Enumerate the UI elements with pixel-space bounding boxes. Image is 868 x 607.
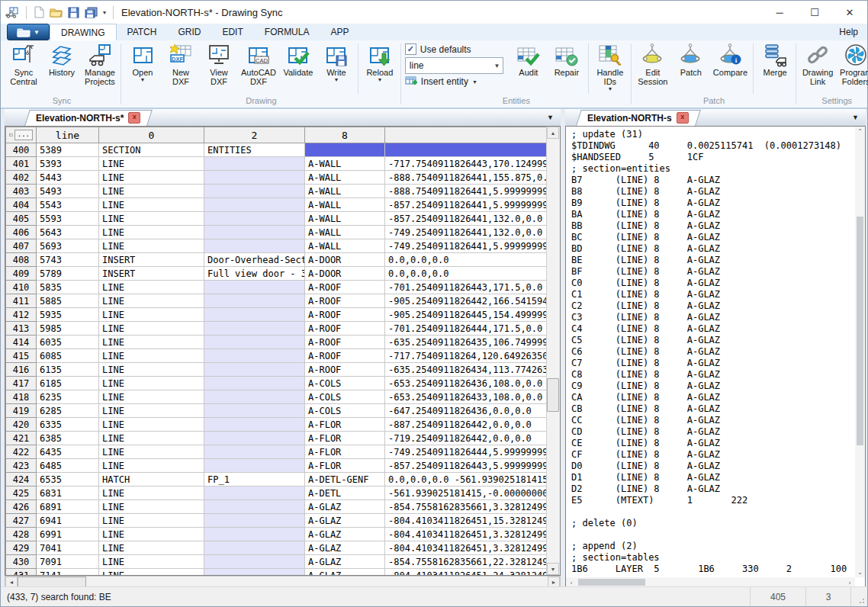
cell-name[interactable] (204, 569, 305, 576)
cell-name[interactable] (204, 363, 305, 377)
cell-type[interactable]: LINE (99, 377, 204, 390)
grid-row-413[interactable]: 4135985LINEA-ROOF-701.2540911826444,171.… (6, 322, 548, 336)
row-header[interactable]: 408 (6, 253, 37, 267)
cell-layer[interactable]: A-FLOR (305, 445, 385, 459)
cell-name[interactable]: Full view door - 3 (204, 267, 305, 281)
cell-name[interactable] (204, 528, 305, 541)
ribbon-tab-grid[interactable]: GRID (167, 24, 211, 40)
row-header[interactable]: 426 (6, 500, 37, 514)
cell-layer[interactable]: A-ROOF (305, 363, 385, 377)
cell-name[interactable] (204, 500, 305, 514)
sync-central-button[interactable]: Sync Central (5, 41, 43, 86)
grid-row-424[interactable]: 4246535HATCHFP_1A-DETL-GENF0.0,0.0,0.0 -… (6, 473, 548, 487)
cell-coords[interactable]: -717.75409118264,120.64926350 (385, 349, 548, 363)
row-header[interactable]: 427 (6, 514, 37, 528)
cell-type[interactable]: LINE (99, 336, 204, 349)
grid-row-405[interactable]: 4055593LINEA-WALL-857.2540911826441,132.… (6, 212, 548, 226)
row-header[interactable]: 405 (6, 212, 37, 226)
row-header[interactable]: 423 (6, 459, 37, 473)
scroll-down-icon[interactable]: ▼ (547, 563, 559, 575)
grid-row-429[interactable]: 4297041LINEA-GLAZ-804.4103411826451,3.32… (6, 541, 548, 555)
grid-row-406[interactable]: 4065643LINEA-WALL-749.2540911826441,132.… (6, 226, 548, 239)
grid-row-426[interactable]: 4266891LINEA-GLAZ-854.7558162835661,3.32… (6, 500, 548, 514)
cell-coords[interactable]: -701.2540911826443,171.5,0.0 (385, 281, 548, 294)
cell-line[interactable]: 6235 (37, 390, 99, 404)
cell-name[interactable] (204, 487, 305, 500)
cell-name[interactable] (204, 541, 305, 555)
open-button[interactable]: Open▼ (124, 41, 162, 82)
cell-type[interactable]: LINE (99, 212, 204, 226)
write-button[interactable]: Write▼ (317, 41, 355, 82)
row-header[interactable]: 406 (6, 226, 37, 239)
right-document-tab[interactable]: Elevation-NORTH-s x (576, 110, 696, 126)
scroll-thumb[interactable] (857, 217, 863, 445)
cell-layer[interactable]: A-WALL (305, 171, 385, 185)
grid-row-421[interactable]: 4216385LINEA-FLOR-719.2540911826442,0.0,… (6, 432, 548, 445)
cell-coords[interactable]: -888.7540911826441,155.875,0.0 (385, 171, 548, 185)
cell-line[interactable]: 5393 (37, 157, 99, 171)
cell-type[interactable]: LINE (99, 432, 204, 445)
column-header-line[interactable]: line (37, 127, 99, 143)
cell-layer[interactable]: A-DETL-GENF (305, 473, 385, 487)
cell-coords[interactable]: -857.2540911826441,5.999999999 (385, 198, 548, 212)
cell-type[interactable]: LINE (99, 569, 204, 576)
cell-name[interactable] (204, 157, 305, 171)
row-header[interactable]: 428 (6, 528, 37, 541)
row-header[interactable]: 402 (6, 171, 37, 185)
cell-coords[interactable]: -854.7558162835661,22.3281249 (385, 555, 548, 569)
compare-button[interactable]: iCompare (710, 41, 751, 77)
help-link[interactable]: Help (830, 24, 867, 40)
cell-type[interactable]: HATCH (99, 473, 204, 487)
validate-button[interactable]: Validate (279, 41, 317, 77)
row-header[interactable]: 421 (6, 432, 37, 445)
cell-coords[interactable]: 0.0,0.0,0.0 (385, 267, 548, 281)
grid-row-409[interactable]: 4095789INSERTFull view door - 3A-DOOR0.0… (6, 267, 548, 281)
cell-line[interactable]: 5789 (37, 267, 99, 281)
grid-row-417[interactable]: 4176185LINEA-COLS-653.2540911826436,108.… (6, 377, 548, 390)
cell-layer[interactable]: A-ROOF (305, 322, 385, 336)
cell-coords[interactable]: -804.4103411826451,24.3281249 (385, 569, 548, 576)
repair-button[interactable]: Repair (548, 41, 586, 77)
cell-coords[interactable]: -719.2540911826442,0.0,0.0 (385, 432, 548, 445)
cell-type[interactable]: LINE (99, 322, 204, 336)
row-header[interactable]: 420 (6, 418, 37, 432)
row-header[interactable]: 413 (6, 322, 37, 336)
cell-name[interactable] (204, 445, 305, 459)
cell-line[interactable]: 5985 (37, 322, 99, 336)
cell-line[interactable]: 6135 (37, 363, 99, 377)
handle-ids-button[interactable]: Handle IDs▼ (591, 41, 629, 92)
grid-row-403[interactable]: 4035493LINEA-WALL-888.7540911826441,5.99… (6, 185, 548, 198)
cell-layer[interactable]: A-ROOF (305, 281, 385, 294)
dxf-data-grid[interactable]: ...line0284005389SECTIONENTITIES4015393L… (5, 126, 561, 576)
tab-list-dropdown-icon[interactable]: ▼ (547, 114, 554, 121)
cell-line[interactable]: 5935 (37, 308, 99, 322)
program-folders-button[interactable]: Program Folders (837, 41, 868, 86)
grid-options-button[interactable]: ... (14, 130, 33, 140)
cell-coords[interactable]: -749.2540911826444,5.999999999 (385, 445, 548, 459)
cell-line[interactable]: 5443 (37, 171, 99, 185)
grid-row-410[interactable]: 4105835LINEA-ROOF-701.2540911826443,171.… (6, 281, 548, 294)
cell-layer[interactable]: A-GLAZ (305, 514, 385, 528)
cell-name[interactable] (204, 171, 305, 185)
cell-type[interactable]: LINE (99, 404, 204, 418)
row-header[interactable]: 418 (6, 390, 37, 404)
cell-layer[interactable]: A-ROOF (305, 294, 385, 308)
column-header-8[interactable]: 8 (305, 127, 385, 143)
manage-projects-button[interactable]: Manage Projects (81, 41, 119, 86)
row-header[interactable]: 430 (6, 555, 37, 569)
cell-line[interactable]: 6185 (37, 377, 99, 390)
merge-button[interactable]: Merge (756, 41, 794, 77)
cell-coords[interactable]: -854.7558162835661,3.32812499 (385, 500, 548, 514)
row-header[interactable]: 415 (6, 349, 37, 363)
use-defaults-checkbox[interactable]: ✓Use defaults (405, 43, 503, 55)
grid-row-431[interactable]: 4317141LINEA-GLAZ-804.4103411826451,24.3… (6, 569, 548, 576)
grid-row-418[interactable]: 4186235LINEA-COLS-653.2540911826433,108.… (6, 390, 548, 404)
cell-layer[interactable]: A-WALL (305, 239, 385, 253)
cell-line[interactable]: 5693 (37, 239, 99, 253)
ribbon-tab-patch[interactable]: PATCH (117, 24, 168, 40)
column-header-0[interactable]: 0 (99, 127, 204, 143)
qat-dropdown-icon[interactable]: ▾ (103, 9, 106, 16)
ribbon-tab-drawing[interactable]: DRAWING (50, 24, 117, 40)
row-header[interactable]: 410 (6, 281, 37, 294)
cell-coords[interactable]: -749.2540911826441,132.0,0.0 (385, 226, 548, 239)
